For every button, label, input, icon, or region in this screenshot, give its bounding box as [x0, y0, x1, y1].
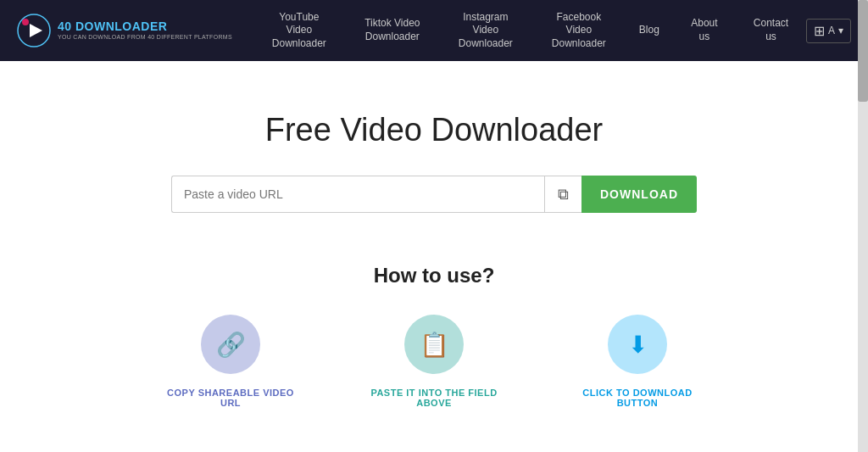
svg-point-2 [22, 19, 29, 25]
step-paste-icon-circle: 📋 [404, 315, 464, 374]
paste-icon: 📋 [420, 331, 449, 359]
nav-item-tiktok[interactable]: Tiktok Video Downloader [346, 17, 439, 43]
step-copy: 🔗 COPY SHAREABLE VIDEO URL [163, 315, 298, 408]
download-icon: ⬇ [628, 331, 648, 359]
step-paste: 📋 PASTE IT INTO THE FIELD ABOVE [366, 315, 502, 408]
scrollbar[interactable] [858, 0, 868, 442]
logo-icon [17, 14, 51, 47]
nav-item-contact[interactable]: Contact us [736, 17, 806, 43]
step-copy-label: COPY SHAREABLE VIDEO URL [163, 388, 298, 408]
nav-right: ⊞ A ▾ [806, 19, 851, 43]
main-content: Free Video Downloader ⧉ DOWNLOAD How to … [0, 61, 868, 442]
nav-item-instagram[interactable]: Instagram Video Downloader [439, 11, 532, 51]
step-download-icon-circle: ⬇ [608, 315, 667, 374]
step-copy-icon-circle: 🔗 [201, 315, 260, 374]
download-button[interactable]: DOWNLOAD [581, 176, 697, 213]
how-to-title: How to use? [17, 264, 851, 287]
link-icon: 🔗 [216, 331, 246, 359]
logo-title: 40 DOWNLOADER [58, 20, 232, 33]
navbar: 40 DOWNLOADER YOU CAN DOWNLOAD FROM 40 D… [0, 0, 868, 61]
step-download-label: CLICK TO DOWNLOAD BUTTON [570, 388, 705, 408]
nav-item-blog[interactable]: Blog [626, 24, 673, 37]
lang-label: A [828, 25, 835, 36]
step-download: ⬇ CLICK TO DOWNLOAD BUTTON [570, 315, 705, 408]
logo-subtitle: YOU CAN DOWNLOAD FROM 40 DIFFERENT PLATF… [58, 34, 232, 41]
scrollbar-thumb[interactable] [858, 0, 868, 102]
step-paste-label: PASTE IT INTO THE FIELD ABOVE [366, 388, 502, 408]
clipboard-button[interactable]: ⧉ [544, 176, 581, 213]
nav-item-youtube[interactable]: YouTube Video Downloader [253, 11, 346, 51]
logo-text: 40 DOWNLOADER YOU CAN DOWNLOAD FROM 40 D… [58, 20, 232, 41]
url-input[interactable] [171, 176, 544, 213]
clipboard-icon: ⧉ [558, 186, 569, 204]
nav-item-facebook[interactable]: Facebook Video Downloader [532, 11, 626, 51]
nav-links: YouTube Video Downloader Tiktok Video Do… [253, 11, 806, 51]
language-button[interactable]: ⊞ A ▾ [806, 19, 851, 43]
logo[interactable]: 40 DOWNLOADER YOU CAN DOWNLOAD FROM 40 D… [17, 14, 232, 47]
translate-icon: ⊞ [814, 23, 825, 39]
url-input-row: ⧉ DOWNLOAD [171, 176, 697, 213]
steps-row: 🔗 COPY SHAREABLE VIDEO URL 📋 PASTE IT IN… [17, 315, 851, 408]
page-title: Free Video Downloader [265, 112, 604, 148]
chevron-down-icon: ▾ [838, 25, 843, 36]
how-to-section: How to use? 🔗 COPY SHAREABLE VIDEO URL 📋… [17, 264, 851, 408]
nav-item-about[interactable]: About us [673, 17, 736, 43]
